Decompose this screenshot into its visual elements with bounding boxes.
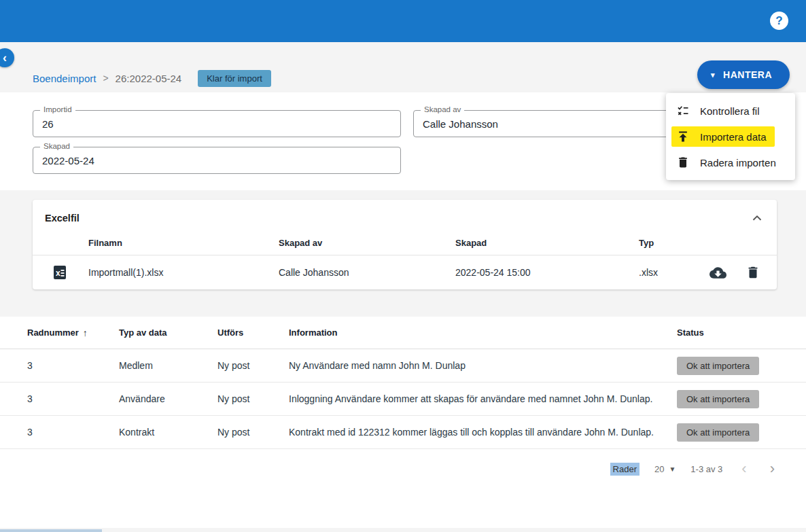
table-row: 3 Användare Ny post Inloggning Användare…: [0, 383, 806, 416]
col-skapad-av: Skapad av: [279, 238, 455, 248]
cell-typ: Användare: [119, 393, 217, 404]
import-rows-section: Radnummer ↑ Typ av data Utförs Informati…: [0, 317, 806, 528]
status-badge: Ok att importera: [677, 390, 759, 408]
breadcrumb-current: 26:2022-05-24: [116, 73, 182, 84]
previous-page-button[interactable]: ‹: [737, 461, 750, 476]
rows-per-page-label: Rader: [610, 463, 639, 476]
col-skapad: Skapad: [455, 238, 639, 248]
rows-table-header: Radnummer ↑ Typ av data Utförs Informati…: [0, 317, 806, 349]
manage-dropdown-menu: Kontrollera fil Importera data: [666, 93, 795, 180]
col-information: Information: [289, 327, 677, 338]
cell-radnummer: 3: [27, 360, 119, 371]
table-row: 3 Kontrakt Ny post Kontrakt med id 12231…: [0, 416, 806, 449]
trash-icon: [746, 265, 760, 280]
status-badge: Ok att importera: [677, 357, 759, 375]
importid-input[interactable]: [42, 111, 391, 137]
chevron-left-icon: ‹: [3, 51, 7, 65]
pagination: Rader 20 ▼ 1-3 av 3 ‹ ›: [0, 449, 806, 476]
col-status: Status: [677, 327, 779, 338]
excel-file-icon: x: [52, 264, 68, 281]
status-chip: Klar för import: [198, 70, 271, 87]
download-button[interactable]: [709, 264, 726, 281]
breadcrumb-separator: >: [103, 73, 108, 84]
menu-item-import-data[interactable]: Importera data: [666, 124, 795, 149]
menu-item-label: Kontrollera fil: [700, 105, 760, 117]
sort-ascending-icon: ↑: [83, 327, 88, 338]
menu-item-label: Importera data: [700, 131, 767, 143]
file-table-header: Filnamn Skapad av Skapad Typ: [33, 231, 777, 255]
page-content: ‹ Boendeimport > 26:2022-05-24 Klar för …: [0, 42, 806, 532]
excel-card-title: Excelfil: [45, 213, 80, 224]
cell-information: Inloggning Användare kommer att skapas f…: [289, 393, 677, 404]
chevron-down-icon: ▼: [669, 465, 676, 473]
excel-file-card: Excelfil Filnamn Skapad av Skapad Typ x: [33, 200, 777, 289]
menu-item-label: Radera importen: [700, 157, 776, 169]
help-button[interactable]: ?: [770, 12, 788, 30]
menu-item-check-file[interactable]: Kontrollera fil: [666, 98, 795, 124]
app-header: ?: [0, 0, 806, 42]
file-type: .xlsx: [639, 267, 700, 278]
importid-label: Importid: [40, 105, 75, 113]
menu-item-delete-import[interactable]: Radera importen: [666, 149, 795, 175]
manage-button-label: HANTERA: [723, 69, 772, 80]
skapad-field: Skapad: [33, 147, 401, 174]
chevron-down-icon: ▾: [711, 71, 715, 79]
skapad-label: Skapad: [40, 142, 73, 150]
col-filnamn: Filnamn: [88, 238, 279, 248]
cell-utfors: Ny post: [217, 393, 289, 404]
file-row: x Importmall(1).xlsx Calle Johansson 202…: [33, 255, 777, 289]
col-radnummer-label: Radnummer: [27, 327, 79, 338]
cell-typ: Medlem: [119, 360, 217, 371]
horizontal-scrollbar-thumb[interactable]: [0, 529, 102, 532]
cell-utfors: Ny post: [217, 360, 289, 371]
col-radnummer-sort[interactable]: Radnummer ↑: [27, 327, 119, 338]
importid-field: Importid: [33, 110, 401, 137]
status-badge: Ok att importera: [677, 423, 759, 442]
cell-radnummer: 3: [27, 427, 119, 438]
collapse-card-button[interactable]: [750, 211, 765, 226]
file-created: 2022-05-24 15:00: [455, 267, 639, 278]
trash-icon: [676, 155, 690, 170]
cell-typ: Kontrakt: [119, 427, 217, 438]
next-page-button[interactable]: ›: [766, 461, 779, 476]
file-name: Importmall(1).xlsx: [88, 267, 279, 278]
chevron-up-icon: [750, 211, 765, 226]
page-size-select[interactable]: 20 ▼: [654, 464, 676, 474]
table-row: 3 Medlem Ny post Ny Användare med namn J…: [0, 349, 806, 383]
help-icon: ?: [775, 14, 782, 28]
pagination-range: 1-3 av 3: [690, 464, 722, 474]
breadcrumb-root-link[interactable]: Boendeimport: [33, 73, 96, 84]
breadcrumb: Boendeimport > 26:2022-05-24 Klar för im…: [0, 42, 806, 92]
highlight-marker: Importera data: [671, 126, 775, 147]
cell-information: Ny Användare med namn John M. Dunlap: [289, 360, 677, 371]
page-size-value: 20: [654, 464, 664, 474]
skapad-av-label: Skapad av: [421, 105, 464, 113]
col-typ-av-data: Typ av data: [119, 327, 217, 338]
cell-utfors: Ny post: [217, 427, 289, 438]
cell-information: Kontrakt med id 122312 kommer läggas til…: [289, 427, 677, 438]
col-utfors: Utförs: [217, 327, 289, 338]
upload-icon: [676, 129, 690, 144]
svg-text:x: x: [56, 268, 60, 278]
checklist-icon: [676, 103, 690, 118]
cloud-download-icon: [709, 264, 726, 281]
file-created-by: Calle Johansson: [279, 267, 455, 278]
manage-button[interactable]: ▾ HANTERA: [697, 60, 790, 89]
delete-file-button[interactable]: [746, 265, 760, 280]
col-typ: Typ: [639, 238, 700, 248]
cell-radnummer: 3: [27, 393, 119, 404]
skapad-input[interactable]: [42, 147, 391, 173]
